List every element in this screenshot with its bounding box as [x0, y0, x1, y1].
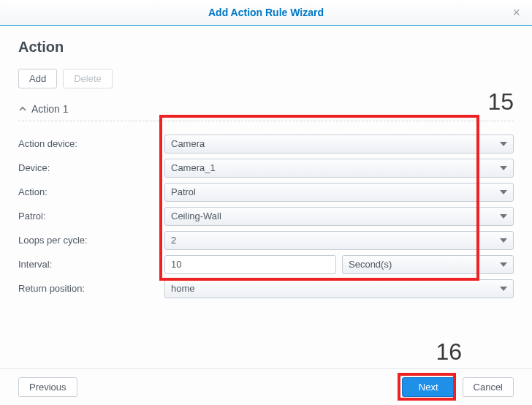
chevron-down-icon [500, 142, 507, 146]
label-return-position: Return position: [18, 283, 164, 294]
interval-unit-select[interactable]: Second(s) [342, 255, 514, 274]
patrol-value: Ceiling-Wall [171, 211, 221, 222]
chevron-down-icon [500, 287, 507, 291]
chevron-down-icon [500, 238, 507, 243]
action-value: Patrol [171, 186, 196, 197]
action-device-select[interactable]: Camera [164, 135, 514, 154]
wizard-footer: Previous Next Cancel [0, 368, 532, 405]
action-group-header[interactable]: Action 1 15 [18, 102, 514, 121]
chevron-down-icon [500, 166, 507, 170]
interval-unit-value: Second(s) [349, 259, 392, 270]
titlebar: Add Action Rule Wizard × [0, 0, 532, 26]
previous-button[interactable]: Previous [18, 377, 77, 397]
chevron-up-icon [18, 105, 27, 113]
window-title: Add Action Rule Wizard [208, 7, 324, 18]
action-toolbar: Add Delete [18, 69, 514, 88]
annotation-16: 16 [436, 338, 462, 366]
label-device: Device: [18, 162, 164, 173]
action-device-value: Camera [171, 138, 205, 149]
annotation-15: 15 [487, 88, 514, 116]
label-patrol: Patrol: [18, 211, 164, 222]
device-select[interactable]: Camera_1 [164, 159, 514, 178]
return-position-select[interactable]: home [164, 279, 514, 298]
wizard-window: Add Action Rule Wizard × Action Add Dele… [0, 0, 532, 405]
loops-value: 2 [171, 235, 176, 246]
chevron-down-icon [500, 214, 507, 219]
interval-value: 10 [171, 259, 181, 270]
label-action: Action: [18, 186, 164, 197]
patrol-select[interactable]: Ceiling-Wall [164, 207, 514, 226]
action-group-title: Action 1 [31, 103, 69, 115]
section-heading: Action [18, 39, 514, 56]
close-icon[interactable]: × [508, 4, 525, 22]
chevron-down-icon [500, 262, 507, 267]
content-area: Action Add Delete Action 1 15 Action dev… [0, 26, 532, 300]
next-button[interactable]: Next [402, 377, 455, 397]
chevron-down-icon [500, 190, 507, 194]
interval-input[interactable]: 10 [164, 255, 336, 274]
cancel-button[interactable]: Cancel [463, 377, 514, 397]
action-select[interactable]: Patrol [164, 183, 514, 202]
label-action-device: Action device: [18, 138, 164, 149]
device-value: Camera_1 [171, 162, 216, 173]
action-form: Action device: Camera Device: Camera_1 [18, 132, 514, 300]
label-interval: Interval: [18, 259, 164, 270]
return-position-value: home [171, 283, 195, 294]
delete-button: Delete [63, 69, 113, 88]
loops-select[interactable]: 2 [164, 231, 514, 250]
label-loops: Loops per cycle: [18, 235, 164, 246]
add-button[interactable]: Add [18, 69, 57, 88]
